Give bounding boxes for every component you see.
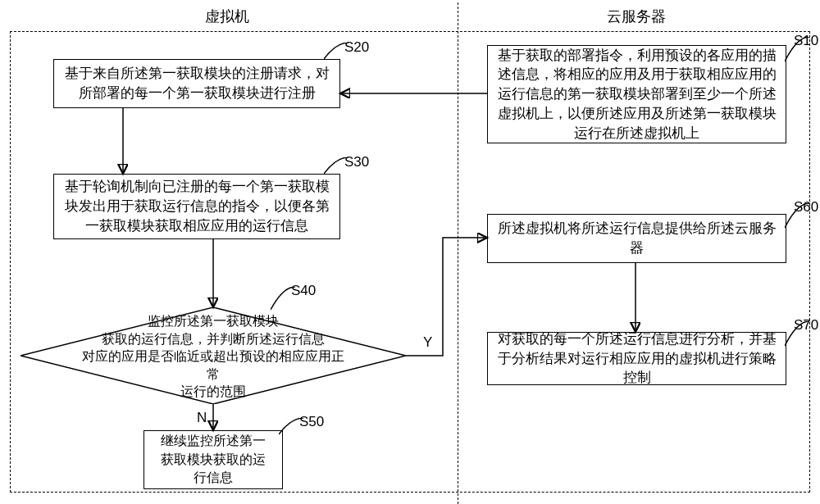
step-s60-box: 所述虚拟机将所述运行信息提供给所述云服务器 (487, 214, 786, 263)
step-s20-label: S20 (344, 39, 369, 56)
step-s30-box: 基于轮询机制向已注册的每一个第一获取模块发出用于获取运行信息的指令，以便各第一获… (53, 174, 340, 239)
branch-no: N (197, 410, 207, 426)
step-s40-label: S40 (291, 283, 316, 299)
step-s20-text: 基于来自所述第一获取模块的注册请求，对所部署的每一个第一获取模块进行注册 (62, 64, 331, 103)
step-s10-text: 基于获取的部署指令，利用预设的各应用的描述信息，将相应的应用及用于获取相应应用的… (496, 46, 777, 143)
header-right: 云服务器 (607, 7, 666, 26)
step-s40-decision: 监控所述第一获取模块 获取的运行信息，并判断所述运行信息 对应的应用是否临近或超… (20, 307, 406, 406)
step-s10-box: 基于获取的部署指令，利用预设的各应用的描述信息，将相应的应用及用于获取相应应用的… (487, 45, 786, 143)
step-s70-text: 对获取的每一个所述运行信息进行分析，并基于分析结果对运行相应应用的虚拟机进行策略… (496, 329, 777, 388)
step-s30-label: S30 (344, 154, 369, 170)
step-s10-label: S10 (794, 33, 818, 49)
header-left: 虚拟机 (205, 7, 249, 26)
center-divider (458, 2, 458, 504)
step-s40-text: 监控所述第一获取模块 获取的运行信息，并判断所述运行信息 对应的应用是否临近或超… (20, 307, 406, 406)
flowchart-canvas: 虚拟机 云服务器 基于获取的部署指令，利用预设的各应用的描述信息，将相应的应用及… (0, 0, 820, 504)
step-s70-box: 对获取的每一个所述运行信息进行分析，并基于分析结果对运行相应应用的虚拟机进行策略… (487, 332, 786, 385)
step-s70-label: S70 (794, 317, 818, 334)
step-s60-text: 所述虚拟机将所述运行信息提供给所述云服务器 (496, 219, 777, 258)
step-s60-label: S60 (794, 199, 818, 216)
step-s50-box: 继续监控所述第一 获取模块获取的运 行信息 (144, 430, 283, 489)
step-s20-box: 基于来自所述第一获取模块的注册请求，对所部署的每一个第一获取模块进行注册 (53, 59, 340, 108)
step-s50-text: 继续监控所述第一 获取模块获取的运 行信息 (161, 432, 266, 487)
step-s50-label: S50 (299, 414, 324, 430)
branch-yes: Y (423, 334, 432, 351)
step-s30-text: 基于轮询机制向已注册的每一个第一获取模块发出用于获取运行信息的指令，以便各第一获… (62, 177, 331, 235)
